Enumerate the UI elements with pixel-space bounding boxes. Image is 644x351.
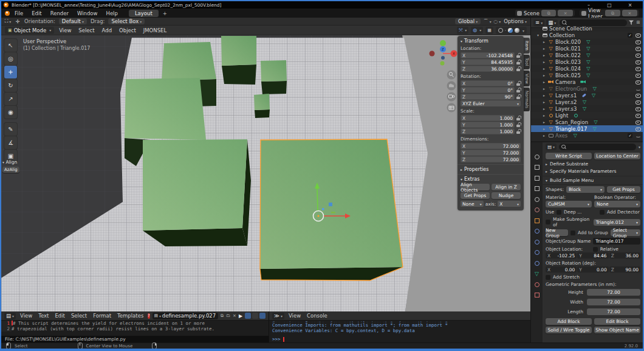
align-in-z-button[interactable]: Align in Z bbox=[492, 184, 521, 190]
specify-materials-section[interactable]: ▸Specify Materials Parameters bbox=[546, 169, 640, 174]
dimension-field[interactable]: Y72.000 bbox=[461, 150, 521, 156]
subregion-dropdown[interactable]: Triangle.012▾ bbox=[594, 219, 640, 226]
properties-section-header[interactable]: ▸Properties bbox=[461, 167, 521, 172]
object-location-field[interactable]: Y84.46 bbox=[577, 252, 608, 259]
shapes-dropdown[interactable]: Block▾ bbox=[566, 186, 605, 193]
eye-icon[interactable] bbox=[635, 106, 641, 112]
outliner-row[interactable]: ▸ Block.025 bbox=[531, 72, 643, 78]
select-group-dropdown[interactable]: Select Group▾ bbox=[611, 229, 640, 236]
disclosure-icon[interactable]: ▸ bbox=[542, 60, 546, 64]
properties-tab-output-icon[interactable] bbox=[533, 175, 540, 181]
text-editor-menu-item[interactable]: View bbox=[18, 313, 34, 319]
outliner-row[interactable]: ▸ ElectronGun bbox=[531, 85, 643, 92]
location-field[interactable]: Y84.45935 bbox=[461, 59, 515, 65]
az-align-button[interactable]: AzAlig bbox=[2, 167, 19, 173]
extras-axis-dropdown[interactable]: X▾ bbox=[498, 201, 521, 207]
add-workspace-button[interactable]: + bbox=[160, 10, 170, 17]
outliner-item-label[interactable]: Block.022 bbox=[555, 52, 581, 58]
outliner-row[interactable]: ▸ Camera bbox=[531, 78, 643, 85]
add-stretch-checkbox[interactable] bbox=[546, 275, 550, 280]
word-wrap-toggle[interactable] bbox=[252, 313, 258, 319]
shading-rendered-button[interactable] bbox=[515, 28, 519, 33]
shading-material-button[interactable] bbox=[508, 28, 513, 33]
editor-type-icon[interactable]: ▤ bbox=[4, 313, 16, 319]
sidebar-tab[interactable]: Normals bbox=[524, 88, 530, 111]
properties-tab-scene-icon[interactable] bbox=[533, 196, 540, 203]
unlink-scene-icon[interactable]: × bbox=[558, 10, 573, 16]
disclosure-icon[interactable]: ▸ bbox=[542, 120, 546, 124]
nav-axis-x-neg[interactable] bbox=[430, 51, 435, 57]
geom-field-value[interactable]: 72.00 bbox=[587, 289, 640, 296]
disclosure-icon[interactable]: ▸ bbox=[542, 53, 546, 57]
eye-icon[interactable] bbox=[635, 133, 641, 139]
edit-block-button[interactable]: Edit Block bbox=[594, 318, 640, 325]
outliner-row[interactable]: ▸ Block.023 bbox=[531, 58, 643, 65]
disclosure-icon[interactable]: ▸ bbox=[542, 86, 546, 91]
menu-item[interactable]: Help bbox=[102, 10, 121, 17]
properties-editor-type-icon[interactable]: ▤ bbox=[546, 144, 557, 150]
menu-item[interactable]: Edit bbox=[28, 10, 45, 17]
gizmos-toggle[interactable]: ⤧ bbox=[457, 27, 468, 34]
lock-icon[interactable] bbox=[516, 116, 521, 120]
properties-tab-object-data-icon[interactable]: ▽ bbox=[533, 271, 540, 277]
define-substrate-section[interactable]: ▸Define Substrate bbox=[546, 161, 640, 167]
dimension-field[interactable]: Z72.000 bbox=[461, 156, 521, 162]
disclosure-icon[interactable]: ▸ bbox=[542, 93, 546, 97]
run-script-button[interactable]: ▶ bbox=[239, 313, 242, 319]
object-rotation-field[interactable]: X0.00 bbox=[546, 266, 577, 273]
disclosure-icon[interactable]: ▸ bbox=[542, 66, 546, 71]
viewport-menu-item[interactable]: JMONSEL bbox=[141, 27, 169, 33]
filter-icon[interactable] bbox=[629, 20, 634, 25]
properties-tab-particles-icon[interactable] bbox=[533, 238, 540, 245]
outliner-row[interactable]: ▸ Block.024 bbox=[531, 65, 643, 72]
outliner-row[interactable]: ▸ Block.022 bbox=[531, 52, 643, 58]
eye-icon[interactable] bbox=[635, 32, 641, 38]
relative-checkbox[interactable] bbox=[593, 247, 598, 252]
outliner-item-label[interactable]: Layer.s1 bbox=[555, 92, 577, 99]
outliner-row[interactable]: ▸ Triangle.017 bbox=[531, 125, 643, 132]
disclosure-icon[interactable]: ▸ bbox=[542, 46, 546, 50]
write-script-button[interactable]: Write Script bbox=[546, 153, 592, 159]
align-panel-title[interactable]: ▾ Align bbox=[2, 159, 19, 165]
active-tool-icon[interactable]: ⛶ bbox=[5, 18, 11, 24]
get-props-button[interactable]: Get Props bbox=[461, 192, 490, 199]
tool-cursor-button[interactable]: ◎ bbox=[4, 52, 17, 65]
properties-tab-texture-icon[interactable] bbox=[533, 292, 540, 299]
properties-tab-object-icon[interactable] bbox=[533, 217, 540, 224]
eye-icon[interactable] bbox=[635, 86, 641, 92]
lock-icon[interactable] bbox=[516, 129, 521, 134]
outliner-item-label[interactable]: Layer.s2 bbox=[555, 99, 577, 105]
syntax-highlight-toggle[interactable] bbox=[259, 313, 265, 319]
collection-checkbox[interactable] bbox=[628, 33, 632, 38]
geom-field-value[interactable]: 72.00 bbox=[587, 299, 640, 305]
copy-scene-icon[interactable]: ⧉ bbox=[541, 10, 557, 16]
object-rotation-field[interactable]: Y0.00 bbox=[577, 266, 608, 273]
zoom-view-button[interactable] bbox=[447, 71, 456, 80]
nav-axis-z-neg[interactable] bbox=[441, 56, 445, 60]
get-props-button[interactable]: Get Props bbox=[607, 186, 640, 193]
shading-wireframe-button[interactable] bbox=[498, 28, 503, 33]
nudge-button[interactable]: Nudge bbox=[492, 192, 521, 199]
disclosure-icon[interactable]: ▸ bbox=[542, 73, 546, 77]
menu-item[interactable]: File bbox=[11, 10, 27, 17]
snap-magnet-icon[interactable]: ⌒ bbox=[484, 18, 490, 24]
tool-move-button[interactable]: + bbox=[4, 66, 17, 78]
text-editor-menu-item[interactable]: Edit bbox=[53, 313, 66, 319]
eye-icon[interactable] bbox=[635, 113, 641, 119]
disclosure-icon[interactable]: ▸ bbox=[542, 113, 546, 117]
eye-icon[interactable] bbox=[635, 99, 641, 105]
eye-icon[interactable] bbox=[635, 66, 641, 72]
properties-options-icon[interactable]: ▾ bbox=[639, 145, 640, 149]
lock-icon[interactable] bbox=[516, 53, 521, 58]
object-location-field[interactable]: X-102.25 bbox=[546, 252, 577, 259]
outliner-row[interactable]: Scene Collection bbox=[531, 25, 643, 32]
object-group-name-field[interactable]: Triangle.017 bbox=[593, 238, 640, 245]
outliner-item-label[interactable]: Layer.s3 bbox=[555, 106, 577, 112]
tool-annotate-button[interactable]: ✎ bbox=[4, 123, 17, 136]
cube-block[interactable] bbox=[261, 60, 287, 94]
cube-block[interactable] bbox=[254, 94, 270, 118]
python-console[interactable]: ≫ ViewConsole Convenience Imports: from … bbox=[269, 311, 531, 342]
outliner-item-label[interactable]: Scan_Region bbox=[555, 119, 588, 125]
outliner-row[interactable]: ▸ Scan_Region bbox=[531, 119, 643, 125]
viewport-menu-item[interactable]: Add bbox=[100, 27, 114, 33]
